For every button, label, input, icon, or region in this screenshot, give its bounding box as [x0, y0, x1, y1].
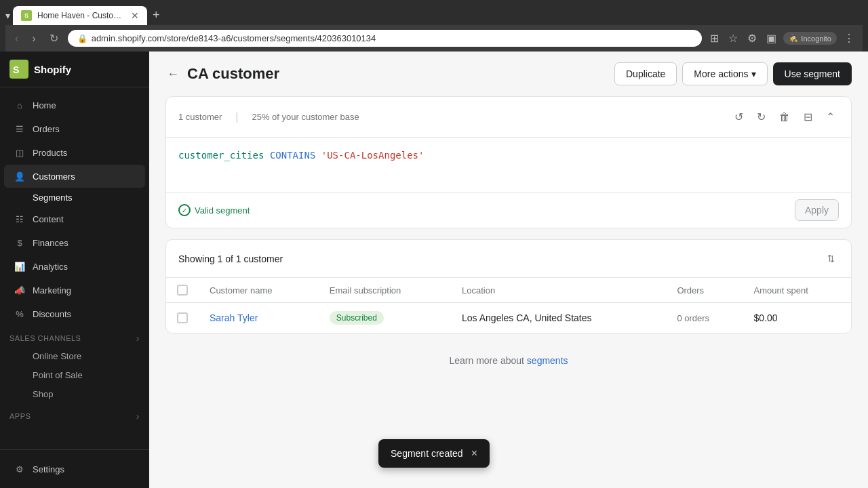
sidebar-item-orders[interactable]: ☰ Orders	[4, 117, 145, 140]
undo-button[interactable]: ↺	[730, 106, 747, 127]
valid-segment-badge: ✓ Valid segment	[178, 204, 250, 216]
sidebar-item-label: Discounts	[33, 309, 71, 319]
table-header-row: Showing 1 of 1 customer ⇅	[166, 240, 851, 278]
segment-editor: 1 customer | 25% of your customer base ↺…	[165, 96, 852, 228]
collapse-button[interactable]: ⌃	[822, 106, 839, 127]
select-all-header	[166, 278, 199, 303]
code-operator: CONTAINS	[270, 150, 315, 161]
logo-text: shopify	[34, 64, 71, 75]
browser-toolbar: ‹ › ↻ 🔒 admin.shopify.com/store/de8143-a…	[5, 25, 863, 52]
apps-section: Apps ›	[0, 404, 149, 424]
sidebar-item-settings[interactable]: ⚙ Settings	[4, 458, 145, 481]
sidebar-toggle-button[interactable]: ▣	[764, 29, 779, 47]
segment-stats: 1 customer | 25% of your customer base ↺…	[166, 97, 851, 138]
sidebar-item-finances[interactable]: $ Finances	[4, 231, 145, 254]
chevron-down-icon: ▾	[751, 68, 756, 79]
toast-close-button[interactable]: ×	[471, 447, 477, 460]
customers-table: Customer name Email subscription Locatio…	[166, 278, 851, 333]
marketing-icon: 📣	[14, 284, 26, 296]
extensions-puzzle-button[interactable]: ⚙	[745, 29, 760, 47]
sidebar-item-online-store[interactable]: Online Store	[4, 347, 145, 365]
sidebar-item-segments[interactable]: Segments	[4, 188, 145, 207]
sidebar-header: S shopify	[0, 52, 149, 87]
close-tab-button[interactable]: ✕	[131, 10, 139, 21]
customer-percentage: 25% of your customer base	[252, 112, 359, 122]
use-segment-button[interactable]: Use segment	[773, 62, 852, 85]
toast-message: Segment created	[391, 448, 463, 459]
segments-link[interactable]: segments	[527, 355, 568, 366]
url-text: admin.shopify.com/store/de8143-a6/custom…	[92, 33, 376, 43]
settings-icon: ⚙	[14, 463, 26, 475]
online-store-label: Online Store	[33, 351, 81, 361]
apps-expand-icon[interactable]: ›	[136, 411, 140, 422]
customer-name-link[interactable]: Sarah Tyler	[210, 312, 258, 323]
table-title: Showing 1 of 1 customer	[178, 253, 283, 264]
email-subscription-cell: Subscribed	[319, 303, 451, 333]
sidebar-item-label: Home	[33, 100, 56, 110]
sidebar-item-label: Analytics	[33, 262, 68, 272]
sort-button[interactable]: ⇅	[823, 249, 839, 268]
sidebar-sub-item-label: Segments	[33, 192, 73, 203]
apply-button[interactable]: Apply	[795, 199, 839, 221]
editor-actions: ↺ ↻ 🗑 ⊟ ⌃	[730, 106, 839, 127]
main-content: ← CA customer Duplicate More actions ▾ U…	[149, 52, 868, 488]
sidebar-item-point-of-sale[interactable]: Point of Sale	[4, 366, 145, 384]
toast-container: Segment created ×	[378, 439, 490, 468]
sidebar-item-label: Products	[33, 148, 67, 158]
toolbar-actions: ⊞ ☆ ⚙ ▣ 🕵 Incognito ⋮	[707, 29, 857, 47]
code-line: customer_cities CONTAINS 'US-CA-LosAngel…	[178, 150, 839, 161]
app-layout: S shopify ⌂ Home ☰ Orders ◫ Products	[0, 52, 868, 488]
sidebar-item-home[interactable]: ⌂ Home	[4, 94, 145, 117]
sidebar-item-shop[interactable]: Shop	[4, 385, 145, 403]
page-title-row: ← CA customer	[165, 65, 279, 83]
subscribed-badge: Subscribed	[330, 311, 384, 325]
sidebar-item-discounts[interactable]: % Discounts	[4, 302, 145, 325]
duplicate-button[interactable]: Duplicate	[614, 62, 677, 85]
incognito-icon: 🕵	[789, 34, 798, 43]
new-tab-button[interactable]: +	[150, 5, 163, 25]
more-actions-button[interactable]: More actions ▾	[682, 62, 767, 85]
delete-button[interactable]: 🗑	[775, 107, 794, 127]
content-icon: ☷	[14, 213, 26, 225]
sidebar-item-marketing[interactable]: 📣 Marketing	[4, 279, 145, 302]
segment-code-area[interactable]: customer_cities CONTAINS 'US-CA-LosAngel…	[166, 138, 851, 192]
tab-list-chevron[interactable]: ▾	[5, 10, 10, 21]
orders-cell: 0 orders	[666, 303, 743, 333]
back-button[interactable]: ‹	[11, 31, 22, 46]
page-title: CA customer	[187, 65, 279, 83]
forward-button[interactable]: ›	[28, 31, 39, 46]
sidebar-settings: ⚙ Settings	[0, 449, 149, 488]
redo-button[interactable]: ↻	[753, 106, 770, 127]
segment-created-toast: Segment created ×	[378, 439, 490, 468]
analytics-icon: 📊	[14, 260, 26, 272]
sidebar-item-content[interactable]: ☷ Content	[4, 207, 145, 230]
address-bar[interactable]: 🔒 admin.shopify.com/store/de8143-a6/cust…	[68, 30, 703, 47]
location-cell: Los Angeles CA, United States	[451, 303, 666, 333]
sidebar-item-label: Finances	[33, 238, 68, 248]
bookmark-button[interactable]: ☆	[726, 29, 741, 47]
sidebar-item-products[interactable]: ◫ Products	[4, 141, 145, 164]
finances-icon: $	[14, 237, 26, 249]
table-header-row-element: Customer name Email subscription Locatio…	[166, 278, 851, 303]
row-checkbox[interactable]	[177, 312, 188, 323]
svg-text:S: S	[13, 64, 19, 75]
extensions-button[interactable]: ⊞	[707, 29, 722, 47]
check-icon: ✓	[178, 204, 191, 216]
expand-icon[interactable]: ›	[136, 333, 140, 344]
code-string: 'US-CA-LosAngeles'	[321, 150, 425, 161]
customers-icon: 👤	[14, 170, 26, 182]
code-keyword: customer_cities	[178, 150, 264, 161]
pos-label: Point of Sale	[33, 370, 83, 380]
customer-table-container: Showing 1 of 1 customer ⇅ Customer name …	[165, 239, 852, 333]
back-button[interactable]: ←	[165, 66, 180, 83]
refresh-button[interactable]: ↻	[45, 30, 62, 46]
sidebar-item-analytics[interactable]: 📊 Analytics	[4, 255, 145, 278]
menu-button[interactable]: ⋮	[841, 29, 857, 47]
stat-divider: |	[235, 111, 238, 123]
select-all-checkbox[interactable]	[177, 285, 188, 296]
page-header: ← CA customer Duplicate More actions ▾ U…	[149, 52, 868, 96]
sidebar-item-customers[interactable]: 👤 Customers	[4, 165, 145, 188]
customer-name-header: Customer name	[199, 278, 319, 303]
filter-button[interactable]: ⊟	[800, 106, 816, 127]
active-tab[interactable]: S Home Haven - Customers - Sho ✕	[13, 6, 147, 25]
